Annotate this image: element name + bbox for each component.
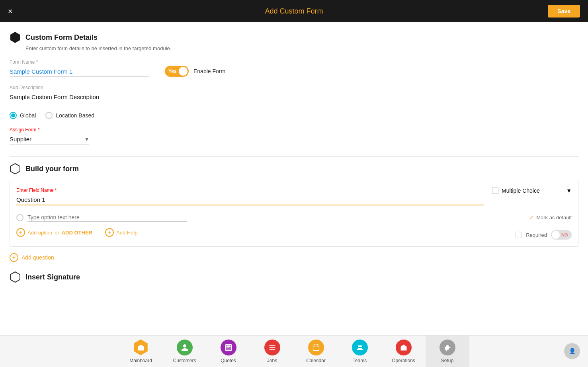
add-other-label: ADD OTHER [62, 230, 92, 236]
add-question-button[interactable]: + Add question [10, 253, 578, 262]
insert-signature-header: Insert Signature [10, 271, 578, 283]
mainboard-icon [133, 340, 149, 355]
nav-item-mainboard[interactable]: Mainboard [119, 336, 163, 367]
add-option-button[interactable]: + Add option or ADD OTHER [16, 228, 92, 237]
save-button[interactable]: Save [548, 5, 580, 18]
calendar-icon [308, 340, 324, 355]
enable-toggle-group: Yes Enable Form [165, 66, 225, 77]
form-name-group: Form Name * Sample Custom Form 1 [10, 59, 149, 77]
form-details-title: Custom Form Details [25, 33, 98, 42]
nav-item-customers[interactable]: Customers [163, 336, 207, 367]
field-type-checkbox[interactable] [492, 187, 498, 194]
toggle-yes-label: Yes [168, 68, 177, 74]
description-value: Sample Custom Form Description [10, 92, 149, 102]
field-type-group: Multiple Choice ▼ [492, 187, 572, 194]
insert-signature-icon [10, 271, 21, 283]
nav-item-operations[interactable]: Operations [382, 336, 426, 367]
section-divider [10, 156, 578, 157]
mark-default-label: Mark as default [536, 215, 572, 221]
field-type-arrow-icon: ▼ [566, 187, 572, 194]
svg-rect-3 [313, 345, 319, 350]
nav-jobs-label: Jobs [267, 358, 277, 363]
add-question-plus-icon: + [10, 253, 18, 262]
radio-global[interactable]: Global [10, 112, 36, 119]
form-field-card: Enter Field Name * Multiple Choice ▼ [10, 181, 578, 247]
scope-radio-group: Global Location Based [10, 112, 578, 119]
assign-form-group: Assign Form * Supplier ▼ [10, 127, 89, 144]
required-row: Required NO [516, 230, 572, 240]
field-type-dropdown[interactable]: Multiple Choice ▼ [502, 187, 572, 194]
no-toggle-knob [552, 231, 560, 239]
assign-form-value: Supplier [10, 136, 31, 143]
option-radio[interactable] [16, 214, 23, 221]
add-help-plus-icon: + [105, 228, 114, 237]
form-name-value: Sample Custom Form 1 [10, 66, 149, 77]
add-option-plus-icon: + [16, 228, 25, 237]
nav-customers-label: Customers [173, 358, 196, 363]
nav-item-calendar[interactable]: Calendar [294, 336, 338, 367]
assign-form-label: Assign Form * [10, 127, 89, 133]
nav-item-jobs[interactable]: Jobs [250, 336, 294, 367]
required-toggle[interactable]: NO [551, 230, 572, 240]
form-details-icon [10, 32, 21, 43]
nav-item-setup[interactable]: Setup [426, 336, 469, 367]
setup-icon [440, 340, 455, 355]
svg-point-5 [360, 345, 362, 347]
form-name-label: Form Name * [10, 59, 149, 65]
enable-toggle[interactable]: Yes [165, 66, 189, 77]
nav-item-teams[interactable]: Teams [338, 336, 382, 367]
customers-icon [177, 340, 193, 355]
add-help-button[interactable]: + Add Help [105, 228, 137, 237]
form-name-row: Form Name * Sample Custom Form 1 Yes Ena… [10, 59, 578, 77]
toggle-knob [179, 67, 188, 76]
form-details-header: Custom Form Details [10, 32, 578, 43]
build-form-title: Build your form [25, 165, 79, 173]
field-name-group: Enter Field Name * [16, 187, 484, 205]
option-row: ✓ Mark as default [16, 213, 572, 222]
required-label: Required [526, 232, 547, 238]
card-top-row: Enter Field Name * Multiple Choice ▼ [16, 187, 572, 205]
no-toggle-label: NO [561, 232, 568, 237]
app-header: × Add Custom Form Save [0, 0, 588, 22]
enable-form-label: Enable Form [193, 68, 225, 74]
field-name-label: Enter Field Name * [16, 187, 484, 193]
add-option-label: Add option [27, 230, 52, 236]
svg-marker-1 [10, 272, 20, 282]
main-content: Custom Form Details Enter custom form de… [0, 22, 588, 335]
nav-operations-label: Operations [392, 358, 415, 363]
svg-point-4 [358, 345, 360, 347]
field-name-input[interactable] [16, 195, 484, 205]
build-form-icon [10, 163, 21, 174]
user-avatar[interactable]: 👤 [564, 343, 580, 359]
add-options-row: + Add option or ADD OTHER + Add Help Req… [16, 228, 572, 240]
nav-quotes-label: Quotes [221, 358, 236, 363]
jobs-icon [264, 340, 280, 355]
close-button[interactable]: × [8, 7, 13, 16]
radio-global-dot [11, 113, 15, 117]
nav-item-quotes[interactable]: Quotes [207, 336, 250, 367]
svg-marker-0 [10, 164, 20, 174]
build-form-section: Build your form Enter Field Name * Multi… [10, 163, 578, 262]
nav-setup-label: Setup [441, 358, 453, 363]
check-icon: ✓ [529, 215, 534, 221]
field-type-value: Multiple Choice [502, 187, 540, 194]
required-checkbox[interactable] [516, 232, 522, 238]
quotes-icon [221, 340, 236, 355]
option-text-input[interactable] [27, 213, 187, 222]
add-help-label: Add Help [116, 230, 137, 236]
insert-signature-title: Insert Signature [25, 273, 80, 281]
nav-calendar-label: Calendar [306, 358, 326, 363]
teams-icon [352, 340, 368, 355]
bottom-navigation: Mainboard Customers Quotes Jobs Calendar… [0, 335, 588, 367]
mark-default-group: ✓ Mark as default [529, 215, 572, 221]
radio-location-based[interactable]: Location Based [45, 112, 94, 119]
assign-form-dropdown[interactable]: Supplier ▼ [10, 134, 89, 144]
build-form-header: Build your form [10, 163, 578, 174]
header-title: Add Custom Form [265, 7, 323, 16]
nav-teams-label: Teams [353, 358, 367, 363]
svg-rect-2 [226, 344, 231, 350]
or-label: or [55, 230, 59, 236]
radio-location-label: Location Based [56, 112, 94, 119]
radio-location-circle [45, 112, 53, 119]
nav-mainboard-label: Mainboard [129, 358, 152, 363]
